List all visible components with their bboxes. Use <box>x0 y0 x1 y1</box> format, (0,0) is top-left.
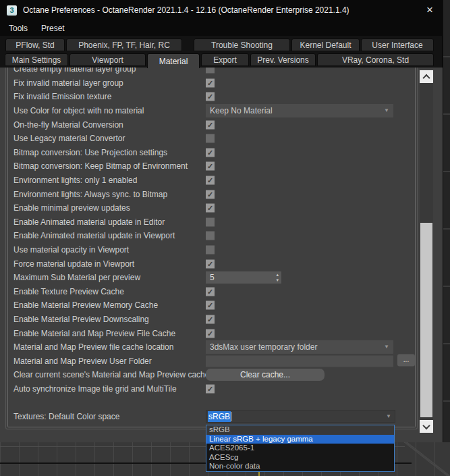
color-space-option[interactable]: Linear sRGB + legacy gamma <box>206 435 394 444</box>
tab-prev-versions[interactable]: Prev. Versions <box>250 53 316 66</box>
color-space-option-list: sRGBLinear sRGB + legacy gammaACES2065-1… <box>206 425 395 472</box>
setting-label: Environment lights: Always sync. to Bitm… <box>13 190 167 199</box>
chevron-down-icon[interactable]: ▼ <box>386 411 391 423</box>
settings-row: Enable Texture Preview Cache✓ <box>0 285 418 299</box>
settings-row: Bitmap conversion: Keep Bitmap of Enviro… <box>0 159 418 174</box>
tab-kernel-default[interactable]: Kernel Default <box>291 38 360 51</box>
settings-row: Bitmap conversion: Use Projection settin… <box>0 146 418 160</box>
color-space-option[interactable]: sRGB <box>206 425 394 435</box>
setting-label: Enable Material and Map Preview File Cac… <box>13 329 175 338</box>
checkbox[interactable]: ✓ <box>206 120 215 129</box>
setting-label: Environment lights: only 1 enabled <box>13 176 137 185</box>
chevron-down-icon <box>422 421 430 429</box>
chevron-down-icon: ▼ <box>384 104 389 117</box>
color-space-option[interactable]: ACEScg <box>206 453 394 462</box>
checkbox[interactable]: ✓ <box>206 176 215 185</box>
number-spinner[interactable]: 5▴ ▾ <box>206 271 281 284</box>
setting-label: Use material opacity in Viewport <box>13 245 129 255</box>
checkbox[interactable]: ✓ <box>206 287 215 296</box>
dropdown-select[interactable]: 3dsMax user temporary folder▼ <box>206 340 393 354</box>
setting-label: On-the-fly Material Conversion <box>13 120 123 130</box>
setting-label: Material and Map Preview User Folder <box>13 356 152 366</box>
settings-row: Maximum Sub Material per preview5▴ ▾ <box>0 271 418 285</box>
dropdown-select[interactable]: Keep No Material▼ <box>206 104 393 117</box>
setting-label: Bitmap conversion: Use Projection settin… <box>13 148 167 157</box>
settings-row: Use material opacity in Viewport <box>0 243 418 257</box>
menu-bar: Tools Preset <box>0 20 442 36</box>
settings-row: Material and Map Preview User Folder... <box>0 354 418 368</box>
tab-viewport[interactable]: Viewport <box>69 53 146 66</box>
tab-main-settings[interactable]: Main Settings <box>5 53 68 66</box>
checkbox[interactable]: ✓ <box>206 148 215 157</box>
settings-row: On-the-fly Material Conversion✓ <box>0 117 418 132</box>
checkbox[interactable] <box>206 232 215 240</box>
checkbox[interactable]: ✓ <box>206 384 215 393</box>
color-space-option[interactable]: ACES2065-1 <box>206 444 394 453</box>
scroll-down-button[interactable] <box>420 420 433 433</box>
checkbox[interactable] <box>206 134 215 143</box>
setting-label: Use Color for object with no material <box>13 106 144 115</box>
setting-label: Clear current scene's Material and Map P… <box>13 370 227 379</box>
tab-export[interactable]: Export <box>201 53 249 66</box>
dropdown-value: Keep No Material <box>210 106 273 115</box>
scrollbar[interactable] <box>420 70 433 433</box>
checkbox[interactable]: ✓ <box>206 92 215 101</box>
checkbox[interactable]: ✓ <box>206 204 215 213</box>
browse-button[interactable]: ... <box>397 354 415 366</box>
tab-pflow-std[interactable]: PFlow, Std <box>5 38 65 51</box>
checkbox[interactable]: ✓ <box>206 78 215 87</box>
settings-row: Enable Animated material update in Edito… <box>0 215 418 230</box>
settings-rows: Create empty material layer groupFix inv… <box>0 68 418 396</box>
close-icon[interactable]: × <box>423 3 437 17</box>
checkbox[interactable] <box>206 246 215 255</box>
settings-row: Force material update in Viewport✓ <box>0 257 418 271</box>
tab-user-interface[interactable]: User Interface <box>361 38 434 51</box>
setting-label: Fix invalid material layer group <box>13 78 123 88</box>
scroll-up-button[interactable] <box>420 70 433 83</box>
setting-label: Enable Material Preview Memory Cache <box>13 300 158 310</box>
checkbox[interactable]: ✓ <box>206 259 215 268</box>
material-settings-panel: Create empty material layer groupFix inv… <box>0 68 443 442</box>
setting-label: Enable Animated material update in Edito… <box>13 217 165 227</box>
scrollbar-thumb[interactable] <box>420 223 432 417</box>
setting-label: Force material update in Viewport <box>13 259 134 269</box>
tab-material[interactable]: Material <box>147 53 200 68</box>
settings-row: Create empty material layer group <box>0 68 418 76</box>
tab-strip: PFlow, StdPhoenix, FP, TF, Hair, RCTroub… <box>0 36 442 68</box>
color-space-option[interactable]: Non-color data <box>206 462 394 471</box>
settings-row: Clear current scene's Material and Map P… <box>0 368 418 382</box>
color-space-combobox[interactable]: sRGB ▼ <box>206 410 395 423</box>
checkbox[interactable]: ✓ <box>206 301 215 310</box>
checkbox[interactable] <box>206 68 215 74</box>
settings-row: Fix invalid material layer group✓ <box>0 76 418 90</box>
checkbox[interactable]: ✓ <box>206 190 215 199</box>
octane-preferences-dialog: 3 Octane Preferences - OctaneRender 2021… <box>0 0 443 442</box>
setting-label: Bitmap conversion: Keep Bitmap of Enviro… <box>13 161 188 171</box>
clear-cache-button[interactable]: Clear cache... <box>206 369 325 381</box>
checkbox[interactable]: ✓ <box>206 329 215 338</box>
tab-vray-corona-std[interactable]: VRay, Corona, Std <box>317 53 434 66</box>
tab-phoenix-fp-tf-hair-rc[interactable]: Phoenix, FP, TF, Hair, RC <box>66 38 182 51</box>
settings-row: Use Color for object with no materialKee… <box>0 104 418 118</box>
settings-row: Enable minimal preview updates✓ <box>0 201 418 215</box>
setting-label: Enable Material Preview Downscaling <box>13 315 149 324</box>
folder-path-field[interactable]: ... <box>206 355 393 367</box>
settings-row: Enable Material and Map Preview File Cac… <box>0 326 418 340</box>
settings-row: Environment lights: only 1 enabled✓ <box>0 174 418 188</box>
settings-row: Environment lights: Always sync. to Bitm… <box>0 187 418 201</box>
checkbox[interactable]: ✓ <box>206 162 215 171</box>
setting-label: Enable Animated material update in Viewp… <box>13 231 175 240</box>
chevron-up-icon <box>422 74 430 81</box>
spinner-arrows-icon[interactable]: ▴ ▾ <box>276 272 279 283</box>
tab-trouble-shooting[interactable]: Trouble Shooting <box>194 38 290 51</box>
setting-label: Material and Map Preview file cache loca… <box>13 342 173 352</box>
title-bar[interactable]: 3 Octane Preferences - OctaneRender 2021… <box>0 0 442 20</box>
checkbox[interactable]: ✓ <box>206 315 215 323</box>
chevron-down-icon: ▼ <box>384 340 389 354</box>
menu-tools[interactable]: Tools <box>2 24 34 33</box>
menu-preset[interactable]: Preset <box>34 24 72 33</box>
setting-label: Enable Texture Preview Cache <box>13 287 124 296</box>
checkbox[interactable] <box>206 217 215 226</box>
setting-label: Enable minimal preview updates <box>13 203 130 213</box>
settings-row: Fix invalid Emission texture✓ <box>0 90 418 104</box>
